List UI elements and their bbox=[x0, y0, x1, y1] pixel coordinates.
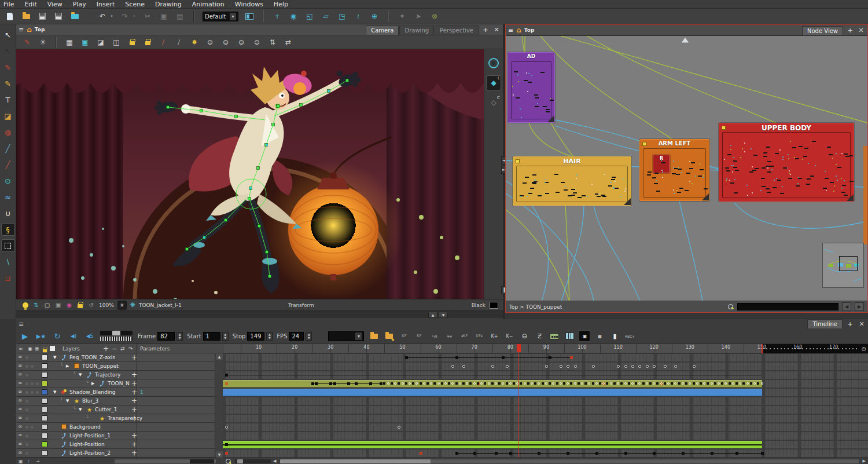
layer-name[interactable]: TOON_N bbox=[108, 381, 130, 386]
keyframe-mark[interactable] bbox=[402, 382, 404, 385]
node[interactable] bbox=[849, 181, 854, 182]
node[interactable] bbox=[686, 173, 690, 174]
node[interactable] bbox=[524, 80, 528, 81]
keyframe-mark[interactable] bbox=[628, 382, 630, 385]
thumbnail-view-icon[interactable]: ▣ bbox=[579, 331, 590, 341]
node[interactable] bbox=[823, 188, 827, 189]
layer-option-dot[interactable] bbox=[25, 391, 28, 394]
layer-name[interactable]: Shadow_Blending bbox=[69, 389, 116, 395]
auto-light-icon[interactable]: ✸ bbox=[189, 37, 200, 48]
minimap-viewport[interactable] bbox=[839, 256, 858, 271]
layer-enable-icon[interactable]: ∞ bbox=[18, 363, 22, 368]
timecode-icon[interactable]: ◷ bbox=[860, 344, 868, 353]
rename-drawing-icon[interactable]: ABC+ bbox=[624, 331, 635, 341]
start-input[interactable]: 1 bbox=[203, 332, 220, 341]
resize-corner-icon[interactable] bbox=[547, 115, 554, 122]
tracks-hscrollbar[interactable] bbox=[280, 459, 859, 463]
layers-scrollbar[interactable]: ▲ ▼ bbox=[215, 353, 223, 458]
node[interactable] bbox=[734, 192, 738, 193]
node[interactable] bbox=[798, 178, 802, 179]
line-tool[interactable]: ╱ bbox=[2, 143, 14, 154]
keyframe-mark[interactable] bbox=[549, 382, 551, 385]
close-view-button[interactable]: ✕ bbox=[857, 27, 865, 34]
keyframe-mark[interactable] bbox=[477, 382, 479, 385]
keyframe-mark[interactable] bbox=[549, 356, 551, 359]
node[interactable] bbox=[578, 197, 582, 198]
keyframe-mark[interactable] bbox=[678, 382, 681, 385]
home-icon[interactable]: ⌂ bbox=[27, 25, 32, 34]
waypoint-icon[interactable] bbox=[681, 37, 689, 43]
workspace-dropdown[interactable]: Default▾ bbox=[203, 12, 238, 21]
node[interactable] bbox=[830, 182, 834, 183]
expand-toggle-icon[interactable]: ▶ bbox=[91, 381, 94, 386]
keyframe-mark[interactable] bbox=[729, 382, 731, 385]
node[interactable] bbox=[849, 155, 853, 156]
keyframe-mark[interactable] bbox=[448, 382, 450, 385]
keyframe-mark[interactable] bbox=[398, 382, 400, 385]
keyframe-mark[interactable] bbox=[667, 382, 670, 385]
keyframe-mark[interactable] bbox=[563, 382, 565, 385]
layers-hscrollbar[interactable] bbox=[115, 459, 216, 463]
node[interactable] bbox=[766, 166, 770, 167]
menu-help[interactable]: Help bbox=[274, 1, 288, 8]
remove-exposure-icon[interactable]: K− bbox=[504, 331, 514, 341]
add-exposure-icon[interactable]: K+ bbox=[489, 331, 499, 341]
keyframe-mark[interactable] bbox=[225, 426, 228, 429]
keyframe-mark[interactable] bbox=[735, 382, 738, 385]
keyframe-mark[interactable] bbox=[369, 382, 372, 385]
keyframe-mark[interactable] bbox=[620, 382, 623, 385]
matte-view-icon[interactable]: ◉ bbox=[65, 301, 73, 309]
marquee-select-tool[interactable] bbox=[2, 240, 14, 251]
node-canvas[interactable]: ADHAIRARM LEFTRUPPER BODY bbox=[506, 36, 867, 301]
menu-view[interactable]: View bbox=[47, 1, 62, 8]
transform-icon[interactable]: ◳ bbox=[337, 11, 347, 21]
keyframe-mark[interactable] bbox=[714, 382, 716, 385]
keyframe-mark[interactable] bbox=[495, 452, 498, 455]
node[interactable] bbox=[535, 106, 539, 107]
node[interactable] bbox=[514, 71, 518, 72]
track-row[interactable] bbox=[223, 389, 868, 396]
layer-enable-icon[interactable]: ∞ bbox=[18, 441, 22, 447]
expand-toggle-icon[interactable]: ▼ bbox=[53, 390, 56, 394]
layer-color-swatch[interactable] bbox=[42, 381, 47, 386]
frame-input[interactable]: 82 bbox=[157, 332, 175, 341]
keyframe-mark[interactable] bbox=[409, 382, 411, 385]
node[interactable] bbox=[516, 97, 520, 98]
node[interactable] bbox=[546, 111, 550, 112]
keyframe-mark[interactable] bbox=[624, 382, 627, 385]
track-row[interactable] bbox=[223, 406, 868, 414]
node[interactable] bbox=[799, 146, 803, 147]
node[interactable] bbox=[540, 72, 545, 73]
keyframe-mark[interactable] bbox=[455, 382, 458, 385]
keyframe-mark[interactable] bbox=[732, 382, 734, 385]
node[interactable] bbox=[825, 178, 829, 179]
node[interactable] bbox=[654, 183, 658, 184]
expand-toggle-icon[interactable]: ▼ bbox=[66, 399, 69, 403]
keyframe-mark[interactable] bbox=[718, 382, 720, 385]
stroke-tool[interactable]: ╱ bbox=[2, 159, 14, 170]
keyframe-mark[interactable] bbox=[545, 382, 547, 385]
node[interactable] bbox=[775, 153, 779, 154]
node[interactable] bbox=[806, 184, 810, 185]
keyframe-mark[interactable] bbox=[570, 356, 573, 359]
node[interactable] bbox=[691, 162, 695, 163]
delete-selection-icon[interactable]: ⊗ bbox=[429, 11, 440, 21]
keyframe-mark[interactable] bbox=[624, 452, 627, 455]
keyframe-mark[interactable] bbox=[225, 452, 228, 455]
stop-input[interactable]: 149 bbox=[247, 332, 264, 341]
keyframe-mark[interactable] bbox=[613, 382, 616, 385]
motion-segment-icon[interactable]: ↝ bbox=[429, 331, 439, 341]
keyframe-mark[interactable] bbox=[567, 365, 569, 368]
node[interactable] bbox=[763, 152, 767, 154]
node[interactable] bbox=[829, 154, 833, 155]
track-row[interactable] bbox=[223, 441, 868, 448]
layer-name[interactable]: Light-Position_2 bbox=[69, 450, 111, 456]
ease-curve-icon[interactable]: Ƶ bbox=[534, 331, 545, 341]
resize-corner-icon[interactable] bbox=[702, 193, 709, 200]
keyframe-mark[interactable] bbox=[570, 382, 572, 385]
add-drawing-layer-icon[interactable] bbox=[369, 331, 379, 341]
layer-option-dot[interactable] bbox=[25, 382, 28, 385]
show-column-icon[interactable]: ▮ bbox=[609, 331, 620, 341]
layer-option-dot[interactable] bbox=[31, 426, 34, 429]
keyframe-mark[interactable] bbox=[441, 382, 443, 385]
